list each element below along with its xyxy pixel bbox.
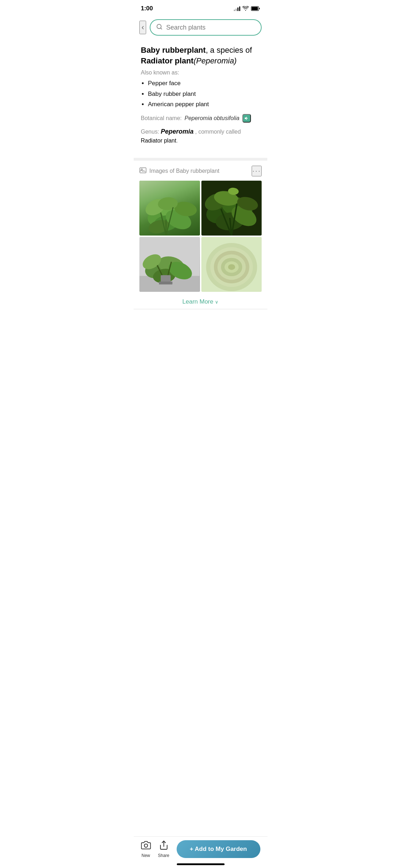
plant-name-connector: , a species of — [206, 46, 252, 55]
also-known-label: Also known as: — [141, 69, 260, 76]
plant-image-2[interactable] — [201, 181, 262, 236]
battery-icon — [251, 6, 260, 11]
more-options-button[interactable]: ··· — [252, 166, 262, 176]
genus-common: Radiator plant — [141, 138, 176, 144]
status-icons — [234, 6, 260, 11]
learn-more-label: Learn More — [182, 298, 214, 305]
genus-label: Genus: — [141, 129, 159, 135]
plant-image-1[interactable] — [139, 181, 200, 236]
plant-species-bold: Radiator plant — [141, 56, 194, 65]
genus-text: , commonly called — [195, 129, 241, 135]
botanical-row: Botanical name: Peperomia obtusifolia — [141, 114, 260, 123]
pronunciation-button[interactable] — [242, 114, 251, 123]
images-section: Images of Baby rubberplant ··· — [134, 161, 267, 309]
genus-row: Genus: Peperomia , commonly called Radia… — [141, 127, 260, 145]
plant-name-bold: Baby rubberplant — [141, 46, 206, 55]
section-divider — [134, 158, 267, 161]
status-bar: 1:00 — [134, 0, 267, 16]
images-icon — [139, 167, 146, 175]
images-title-row: Images of Baby rubberplant — [139, 167, 220, 175]
bottom-divider — [134, 309, 267, 309]
wifi-icon — [242, 6, 249, 11]
search-bar-row: ‹ — [134, 16, 267, 41]
svg-line-3 — [161, 28, 162, 29]
plant-title: Baby rubberplant, a species of Radiator … — [141, 45, 260, 66]
list-item: Baby rubber plant — [148, 89, 260, 99]
plant-image-4[interactable] — [201, 237, 262, 292]
status-time: 1:00 — [141, 5, 153, 12]
svg-rect-4 — [140, 168, 146, 173]
genus-name: Peperomia — [161, 128, 194, 135]
learn-more-row: Learn More ∨ — [139, 292, 262, 309]
svg-rect-38 — [161, 275, 171, 282]
learn-more-chevron-icon: ∨ — [215, 299, 219, 305]
list-item: Pepper face — [148, 79, 260, 88]
svg-point-47 — [228, 264, 235, 270]
svg-rect-1 — [252, 7, 258, 10]
svg-rect-39 — [159, 281, 173, 284]
images-title: Images of Baby rubberplant — [149, 168, 220, 174]
botanical-name: Peperomia obtusifolia — [185, 115, 240, 122]
plant-info: Baby rubberplant, a species of Radiator … — [134, 41, 267, 152]
botanical-label: Botanical name: — [141, 115, 182, 122]
signal-icon — [234, 6, 240, 11]
genus-end: . — [176, 138, 178, 144]
plant-image-3[interactable] — [139, 237, 200, 292]
search-icon — [156, 24, 163, 31]
learn-more-button[interactable]: Learn More ∨ — [182, 298, 219, 305]
images-header: Images of Baby rubberplant ··· — [139, 166, 262, 176]
back-button[interactable]: ‹ — [139, 21, 146, 34]
image-grid — [139, 181, 262, 292]
list-item: American pepper plant — [148, 100, 260, 109]
aka-list: Pepper face Baby rubber plant American p… — [141, 79, 260, 109]
plant-latin: (Peperomia) — [194, 56, 237, 65]
search-bar[interactable] — [150, 19, 262, 36]
search-input[interactable] — [166, 24, 255, 31]
